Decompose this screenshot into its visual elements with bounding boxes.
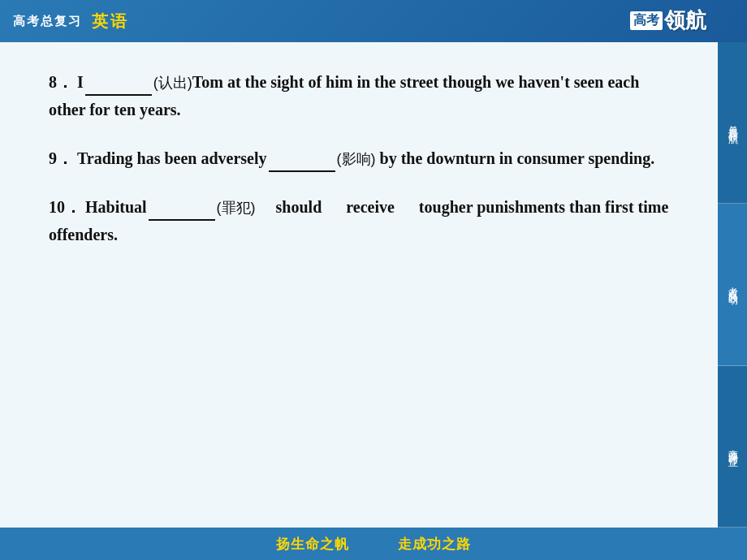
- q10-hint: (罪犯): [217, 200, 256, 216]
- q8-before: I: [77, 73, 84, 91]
- sidebar-item-exam[interactable]: 考点双向联动: [718, 204, 747, 365]
- question-9: 9． Trading has been adversely (影响) by th…: [49, 143, 677, 172]
- question-8: 8． I (认出)Tom at the sight of him in the …: [49, 67, 677, 123]
- header: 高考总复习 英语 高考 领航: [0, 0, 747, 42]
- q9-hint: (影响): [337, 151, 376, 167]
- q9-number: 9．: [49, 149, 73, 167]
- top-right-logo: 高考 领航: [630, 6, 706, 35]
- header-left: 高考总复习 英语: [13, 11, 129, 32]
- q10-blank: [149, 192, 215, 221]
- footer-left: 扬生命之帆: [276, 535, 349, 554]
- main-content: 8． I (认出)Tom at the sight of him in the …: [0, 42, 718, 528]
- q8-blank: [85, 67, 152, 96]
- footer: 扬生命之帆 走成功之路: [0, 528, 747, 560]
- q8-hint: (认出): [153, 75, 192, 91]
- header-title-en: 英语: [92, 11, 129, 32]
- question-10: 10． Habitual (罪犯) should receive tougher…: [49, 192, 677, 248]
- q10-number: 10．: [49, 198, 81, 216]
- sidebar: 单元目标领航 考点双向联动 高效课时作业: [718, 42, 747, 528]
- logo-gaokao: 高考: [630, 11, 663, 30]
- q9-before: Trading has been adversely: [77, 149, 267, 167]
- logo-linghang: 领航: [664, 6, 706, 35]
- q9-blank: [269, 143, 335, 172]
- header-title-cn: 高考总复习: [13, 14, 82, 29]
- sidebar-item-homework[interactable]: 高效课时作业: [718, 366, 747, 528]
- q9-after: by the downturn in consumer spending.: [376, 149, 655, 167]
- footer-right: 走成功之路: [398, 535, 471, 554]
- q8-number: 8．: [49, 73, 73, 91]
- q10-before: Habitual: [85, 198, 147, 216]
- sidebar-item-unit[interactable]: 单元目标领航: [718, 42, 747, 204]
